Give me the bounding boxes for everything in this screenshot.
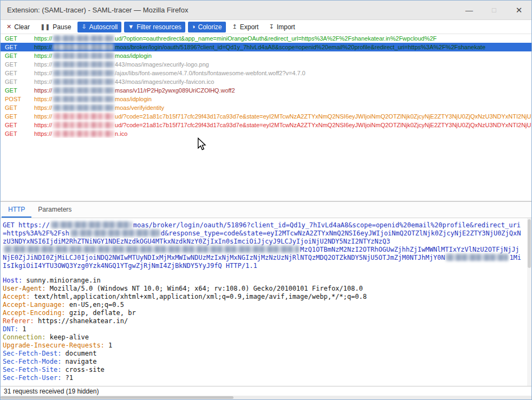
header-line: Connection: keep-alive — [3, 333, 523, 342]
toolbar-button-label: Clear — [14, 23, 30, 31]
clear-button[interactable]: ✕Clear — [3, 22, 34, 32]
header-line: Accept: text/html,application/xhtml+xml,… — [3, 293, 523, 301]
request-row[interactable]: GEThttps://moas/idplogin — [1, 51, 531, 60]
request-row[interactable]: GEThttps://443/moas/images/xecurify-logo… — [1, 60, 531, 69]
request-method: GET — [5, 86, 34, 95]
request-row[interactable]: GEThttps://msans/v11/rP2Hp2ywxg089UriCZO… — [1, 86, 531, 95]
redacted-blur — [53, 70, 114, 76]
request-method: GET — [5, 51, 34, 60]
header-line: DNT: 1 — [3, 325, 523, 333]
redacted-blur — [53, 130, 114, 137]
tab-http[interactable]: HTTP — [2, 202, 31, 218]
request-method: POST — [5, 95, 34, 103]
filter-resources-button[interactable]: ▼Filter resources — [124, 22, 185, 32]
request-row[interactable]: POSThttps://moas/idplogin — [1, 95, 531, 103]
close-icon: ✕ — [516, 5, 523, 15]
request-row[interactable]: GEThttps://443/moas/images/xecurify-favi… — [1, 77, 531, 86]
horizontal-scrollbar[interactable] — [1, 396, 531, 399]
request-row[interactable]: GEThttps:///ajax/libs/font-awesome/4.7.0… — [1, 69, 531, 77]
redacted-blur — [4, 246, 299, 253]
scrollbar-thumb[interactable] — [528, 219, 531, 268]
colorize-button[interactable]: ◑Colorize — [188, 22, 226, 32]
request-method: GET — [5, 103, 34, 112]
header-line: Host: sunny.miniorange.in — [3, 277, 523, 285]
redacted-blur — [53, 44, 114, 50]
tab-parameters[interactable]: Parameters — [31, 202, 78, 218]
autoscroll-down-arrow-icon: ⇩ — [81, 24, 86, 30]
toolbar-button-label: Import — [277, 23, 295, 31]
request-url: https://ud/?option=oauthredirect&app_nam… — [34, 34, 531, 43]
request-url: https://n.ico — [34, 129, 531, 138]
request-url: https:///ajax/libs/font-awesome/4.7.0/fo… — [34, 69, 531, 77]
redacted-blur — [53, 104, 114, 111]
request-method: GET — [5, 43, 34, 51]
status-text: 31 requests received (19 hidden) — [4, 388, 99, 395]
colorize-icon: ◑ — [192, 24, 196, 30]
redacted-blur — [53, 87, 114, 94]
redacted-blur — [53, 35, 114, 42]
redacted-blur — [53, 53, 114, 59]
request-method: GET — [5, 129, 34, 138]
autoscroll-button[interactable]: ⇩Autoscroll — [77, 22, 121, 32]
request-url: https://moas/broker/login/oauth/51896?cl… — [34, 43, 531, 51]
detail-vertical-scrollbar[interactable] — [527, 218, 531, 386]
header-line: Sec-Fetch-Mode: navigate — [3, 358, 523, 366]
header-line: Referer: https://shanekatear.in/ — [3, 317, 523, 325]
toolbar-button-label: Pause — [53, 23, 71, 31]
detail-pane: GET https://moas/broker/login/oauth/5189… — [1, 218, 531, 386]
close-button[interactable]: ✕ — [507, 1, 531, 19]
maximize-icon: □ — [492, 6, 496, 14]
request-method: GET — [5, 60, 34, 69]
request-url: https://ud/?code=21a81c7b15f717cfc29f43d… — [34, 112, 531, 121]
header-line: Upgrade-Insecure-Requests: 1 — [3, 342, 523, 350]
request-url: https://443/moas/images/xecurify-favicon… — [34, 77, 531, 86]
request-url: https://msans/v11/rP2Hp2ywxg089UriCZOlHQ… — [34, 86, 531, 95]
request-row[interactable]: GEThttps://ud/?code=21a81c7b15f717cfc29f… — [1, 121, 531, 129]
filter-funnel-icon: ▼ — [128, 24, 134, 30]
toolbar-button-label: Filter resources — [137, 23, 181, 31]
request-url: https://moas/idplogin — [34, 95, 531, 103]
request-url: https://moas/idplogin — [34, 51, 531, 60]
request-method: GET — [5, 77, 34, 86]
request-method: GET — [5, 121, 34, 129]
minimize-button[interactable]: — — [457, 1, 482, 19]
request-headers: Host: sunny.miniorange.inUser-Agent: Moz… — [3, 277, 523, 382]
header-line: Sec-Fetch-User: ?1 — [3, 374, 523, 382]
toolbar-button-label: Autoscroll — [89, 23, 118, 31]
request-method: GET — [5, 112, 34, 121]
import-button[interactable]: ↧Import — [265, 22, 299, 32]
header-line: Sec-Fetch-Dest: document — [3, 350, 523, 358]
redacted-blur — [53, 61, 114, 68]
redacted-blur — [53, 78, 114, 85]
redacted-blur — [446, 254, 508, 261]
window-title: Extension: (SAML-tracer) - SAML-tracer —… — [1, 6, 457, 14]
request-row[interactable]: GEThttps://moas/verifyidentity — [1, 103, 531, 112]
export-up-arrow-icon: ↥ — [232, 24, 237, 30]
redacted-blur — [53, 96, 114, 102]
request-method: GET — [5, 69, 34, 77]
pause-button[interactable]: ❚❚Pause — [36, 22, 75, 32]
request-list: GEThttps://ud/?option=oauthredirect&app_… — [1, 34, 531, 201]
request-row[interactable]: GEThttps://n.ico — [1, 129, 531, 138]
saml-tracer-window: Extension: (SAML-tracer) - SAML-tracer —… — [0, 0, 532, 400]
response-block: HTTP/1.1 302Date: Wed, 28 Dec 2022 07:56… — [3, 382, 523, 386]
maximize-button[interactable]: □ — [482, 1, 507, 19]
request-row[interactable]: GEThttps://ud/?code=21a81c7b15f717cfc29f… — [1, 112, 531, 121]
export-button[interactable]: ↥Export — [229, 22, 263, 32]
redacted-blur — [53, 113, 114, 120]
request-url: https://ud/?code=21a81c7b15f717cfc29f43d… — [34, 121, 531, 129]
detail-tabbar: HTTP Parameters — [1, 202, 531, 218]
clear-x-icon: ✕ — [7, 24, 11, 30]
request-row[interactable]: GEThttps://ud/?option=oauthredirect&app_… — [1, 34, 531, 43]
scrollbar-thumb[interactable] — [1, 396, 233, 399]
status-bar: 31 requests received (19 hidden) — [1, 386, 531, 396]
redacted-blur — [53, 122, 114, 128]
import-down-arrow-icon: ↧ — [269, 24, 274, 30]
request-url: https://443/moas/images/xecurify-logo.pn… — [34, 60, 531, 69]
toolbar-button-label: Export — [240, 23, 259, 31]
request-row[interactable]: GEThttps://moas/broker/login/oauth/51896… — [1, 43, 531, 51]
minimize-icon: — — [465, 6, 473, 15]
redacted-blur — [51, 221, 132, 228]
header-line: Sec-Fetch-Site: cross-site — [3, 366, 523, 374]
toolbar-button-label: Colorize — [198, 23, 222, 31]
